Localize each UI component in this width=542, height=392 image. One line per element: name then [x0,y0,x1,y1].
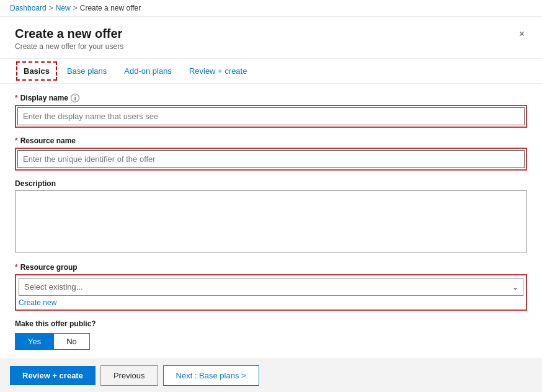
page-title: Create a new offer [15,27,123,41]
resource-name-label: * Resource name [15,136,527,145]
make-public-label: Make this offer public? [15,319,527,328]
resource-name-error-wrapper [15,148,527,171]
breadcrumb-dashboard[interactable]: Dashboard [10,4,47,12]
breadcrumb-sep1: > [49,4,53,12]
display-name-required: * [15,94,18,102]
breadcrumb-current: Create a new offer [80,4,141,12]
breadcrumb-sep2: > [73,4,78,12]
description-textarea[interactable] [15,190,527,252]
display-name-error-wrapper [15,105,527,128]
display-name-info-icon: i [71,94,79,102]
review-create-button[interactable]: Review + create [10,366,96,385]
tab-review-create[interactable]: Review + create [180,59,256,83]
display-name-label-text: Display name [20,94,68,102]
tab-addon-plans[interactable]: Add-on plans [115,59,180,83]
main-panel: Create a new offer Create a new offer fo… [0,17,542,359]
previous-button[interactable]: Previous [100,365,158,386]
display-name-group: * Display name i [15,94,527,128]
toggle-buttons: Yes No [15,333,527,350]
description-label-text: Description [15,179,56,188]
resource-group-select[interactable]: Select existing... [19,278,523,296]
resource-group-select-wrapper: Select existing... ⌄ [19,278,523,296]
no-button[interactable]: No [53,333,90,350]
bottom-bar: Review + create Previous Next : Base pla… [0,359,542,392]
breadcrumb-new[interactable]: New [56,4,71,12]
resource-name-input[interactable] [17,150,525,168]
tabs-bar: Basics Base plans Add-on plans Review + … [0,59,542,84]
panel-header: Create a new offer Create a new offer fo… [0,17,542,51]
description-group: Description [15,179,527,254]
resource-group-error-wrapper: Select existing... ⌄ Create new [15,274,527,311]
yes-button[interactable]: Yes [15,333,53,350]
tab-basics[interactable]: Basics [16,61,57,81]
resource-name-required: * [15,136,18,145]
resource-name-label-text: Resource name [20,136,76,145]
resource-group-group: * Resource group Select existing... ⌄ Cr… [15,263,527,311]
next-button[interactable]: Next : Base plans > [163,365,259,386]
create-new-link[interactable]: Create new [19,298,56,307]
description-label: Description [15,179,527,188]
display-name-input[interactable] [17,107,525,125]
close-button[interactable]: × [517,27,527,42]
form-area: * Display name i * Resource name Descrip… [0,84,542,359]
resource-name-group: * Resource name [15,136,527,171]
make-public-group: Make this offer public? Yes No [15,319,527,350]
display-name-label: * Display name i [15,94,527,102]
tab-base-plans[interactable]: Base plans [58,59,115,83]
breadcrumb: Dashboard > New > Create a new offer [0,0,542,17]
resource-group-label: * Resource group [15,263,527,272]
page-subtitle: Create a new offer for your users [15,42,123,51]
resource-group-label-text: Resource group [20,263,78,272]
resource-group-required: * [15,263,18,272]
